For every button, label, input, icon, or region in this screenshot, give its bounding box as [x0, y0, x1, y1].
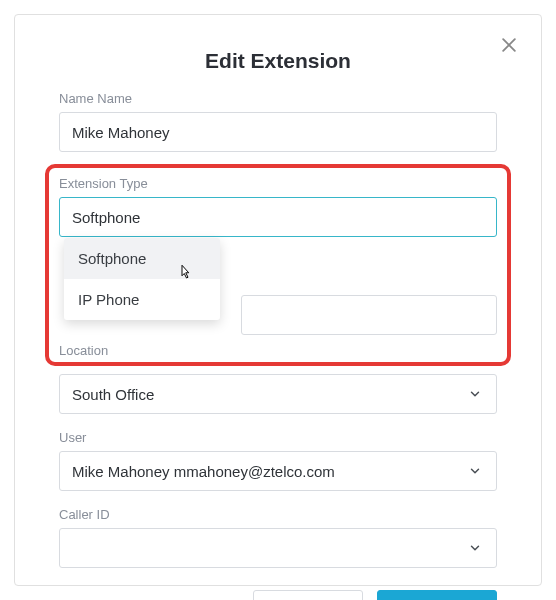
extension-type-field: Extension Type Softphone [59, 176, 497, 237]
location-field: South Office [59, 374, 497, 414]
name-value: Mike Mahoney [72, 124, 170, 141]
dropdown-option-softphone[interactable]: Softphone [64, 238, 220, 279]
name-field: Name Name Mike Mahoney [59, 91, 497, 152]
extension-type-dropdown: Softphone IP Phone [64, 238, 220, 320]
user-value: Mike Mahoney mmahoney@ztelco.com [72, 463, 335, 480]
edit-extension-modal: Edit Extension Name Name Mike Mahoney Ex… [14, 14, 542, 586]
modal-title: Edit Extension [59, 49, 497, 73]
location-value: South Office [72, 386, 154, 403]
chevron-down-icon [468, 464, 482, 478]
user-select[interactable]: Mike Mahoney mmahoney@ztelco.com [59, 451, 497, 491]
name-label: Name Name [59, 91, 497, 106]
chevron-down-icon [468, 541, 482, 555]
save-button[interactable]: SAVE [377, 590, 497, 600]
location-select[interactable]: South Office [59, 374, 497, 414]
action-bar: Delete CANCEL SAVE [59, 590, 497, 600]
caller-id-select[interactable] [59, 528, 497, 568]
name-input[interactable]: Mike Mahoney [59, 112, 497, 152]
chevron-down-icon [468, 387, 482, 401]
user-field: User Mike Mahoney mmahoney@ztelco.com [59, 430, 497, 491]
extension-type-value: Softphone [72, 209, 140, 226]
extension-type-select[interactable]: Softphone [59, 197, 497, 237]
extension-type-highlight: Extension Type Softphone Softphone IP Ph… [45, 164, 511, 366]
extension-type-label: Extension Type [59, 176, 497, 191]
dropdown-option-ipphone[interactable]: IP Phone [64, 279, 220, 320]
cancel-button[interactable]: CANCEL [253, 590, 363, 600]
caller-id-field: Caller ID [59, 507, 497, 568]
close-icon[interactable] [499, 35, 519, 55]
location-label: Location [59, 343, 497, 358]
user-label: User [59, 430, 497, 445]
obscured-input[interactable] [241, 295, 497, 335]
caller-id-label: Caller ID [59, 507, 497, 522]
